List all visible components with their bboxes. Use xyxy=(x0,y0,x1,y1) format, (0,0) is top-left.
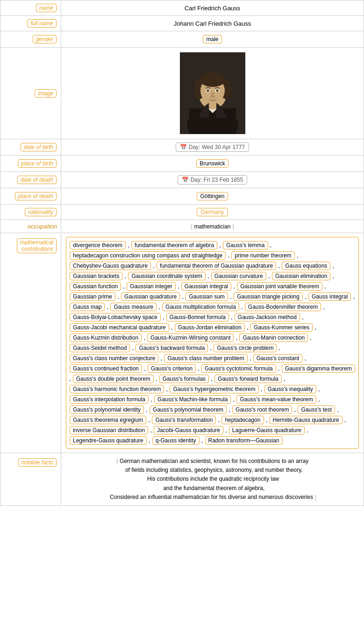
contribution-tag[interactable]: Hermite-Gauss quadrature xyxy=(270,416,343,424)
contribution-tag[interactable]: Gaussian curvature xyxy=(211,272,266,280)
comma-separator: , xyxy=(282,376,285,382)
contribution-tag[interactable]: Gaussian brackets xyxy=(70,272,122,280)
notable-value: { German mathematician and scientist, kn… xyxy=(61,453,364,506)
comma-separator: , xyxy=(277,345,280,351)
contribution-tag[interactable]: Gauss's mean-value theorem xyxy=(236,395,316,404)
comma-separator: , xyxy=(121,283,126,290)
contribution-tag[interactable]: Gaussian sum xyxy=(186,292,228,301)
contribution-tag[interactable]: Gauss's transformation xyxy=(152,416,216,424)
contribution-tag[interactable]: Gaussian triangle picking xyxy=(234,292,303,301)
contribution-tag[interactable]: heptadecagon construction using compass … xyxy=(70,251,226,260)
contribution-tag[interactable]: Gauss's polynomial identity xyxy=(70,405,144,414)
contribution-tag[interactable]: Gauss-Bodenmiller theorem xyxy=(245,303,321,311)
contribution-tag[interactable]: divergence theorem xyxy=(70,241,126,249)
contribution-tag[interactable]: Gauss's lemma xyxy=(223,241,268,249)
comma-separator: , xyxy=(317,396,320,403)
comma-separator: , xyxy=(224,427,228,434)
image-label: image xyxy=(0,48,61,139)
contribution-tag[interactable]: Gauss's circle problem xyxy=(214,344,277,352)
contribution-tag[interactable]: Gauss's criterion xyxy=(148,364,196,373)
portrait-image xyxy=(180,52,245,134)
contribution-tag[interactable]: Legendre-Gauss quadrature xyxy=(70,436,147,445)
contribution-tag[interactable]: Gaussian quadrature xyxy=(121,292,180,301)
contribution-tag[interactable]: Gauss's constant xyxy=(253,354,303,363)
contribution-tag[interactable]: Gaussian elimination xyxy=(272,272,330,280)
comma-separator: , xyxy=(313,324,316,331)
contribution-tag[interactable]: Gauss's cyclotomic formula xyxy=(201,364,276,373)
contribution-tag[interactable]: Gauss-Jordan elimination xyxy=(175,323,245,332)
comma-separator: , xyxy=(130,345,135,351)
contribution-tag[interactable]: Gauss integral xyxy=(308,292,351,301)
comma-separator: , xyxy=(144,406,149,413)
contribution-tag[interactable]: Gaussian integral xyxy=(181,282,231,291)
contribution-tag[interactable]: Gauss's digamma theorem xyxy=(282,364,355,373)
contributions-row: mathematical contributions divergence th… xyxy=(0,233,364,453)
contribution-tag[interactable]: Gauss-Kummer series xyxy=(250,323,313,332)
contribution-tag[interactable]: Gauss's backward formula xyxy=(136,344,208,352)
dod-value: 📅 Day: Fri 23 Feb 1855 xyxy=(61,172,364,188)
dod-row: date of death 📅 Day: Fri 23 Feb 1855 xyxy=(0,172,364,188)
calendar-icon-death: 📅 xyxy=(182,177,189,183)
comma-separator: , xyxy=(149,427,153,434)
contribution-tag[interactable]: Chebyshev-Gauss quadrature xyxy=(70,262,151,270)
pob-row: place of birth Brunswick xyxy=(0,156,364,172)
comma-separator: , xyxy=(335,406,339,413)
contribution-tag[interactable]: Gauss's polynomial theorem xyxy=(150,405,227,414)
contribution-tag[interactable]: Gauss's hypergeometric theorem xyxy=(170,385,258,393)
contribution-tag[interactable]: Gauss multiplication formula xyxy=(162,303,239,311)
contribution-tag[interactable]: Gauss map xyxy=(70,303,105,311)
comma-separator: , xyxy=(218,242,222,249)
comma-separator: , xyxy=(351,293,355,300)
contribution-tag[interactable]: Gauss's class number conjecture xyxy=(70,354,158,363)
nationality-value: Germany xyxy=(61,205,364,220)
contribution-tag[interactable]: Gauss's double point theorem xyxy=(73,375,154,383)
contribution-tag[interactable]: Gaussian coordinate system xyxy=(128,272,205,280)
contribution-tag[interactable]: Gauss-Seidel method xyxy=(70,344,130,352)
contribution-tag[interactable]: Gauss-Kuzmin distribution xyxy=(70,334,142,342)
contribution-tag[interactable]: Gauss-Bolyai-Lobachevsky space xyxy=(70,313,161,321)
comma-separator: , xyxy=(154,376,159,382)
contribution-tag[interactable]: Gauss's interpolation formula xyxy=(70,395,149,404)
contribution-tag[interactable]: Gauss's formulas xyxy=(159,375,209,383)
comma-separator: , xyxy=(200,437,205,444)
contribution-tag[interactable]: Gauss-Bonnet formula xyxy=(166,313,229,321)
contribution-tag[interactable]: prime number theorem xyxy=(231,251,294,260)
comma-separator: , xyxy=(259,386,264,392)
contribution-tag[interactable]: q-Gauss identity xyxy=(152,436,200,445)
contribution-tag[interactable]: Gaussian integer xyxy=(127,282,176,291)
comma-separator: , xyxy=(143,365,147,372)
contribution-tag[interactable]: Radon transform—Gaussian xyxy=(205,436,283,445)
nationality-label: nationality xyxy=(0,205,61,220)
dob-row: date of birth 📅 Day: Wed 30 Apr 1777 xyxy=(0,139,364,156)
contribution-tag[interactable]: heptadecagon xyxy=(221,416,264,424)
contribution-tag[interactable]: Gauss's inequality xyxy=(264,385,316,393)
contribution-tag[interactable]: Gauss's Machin-like formula xyxy=(154,395,231,404)
contribution-tag[interactable]: Gauss's harmonic function theorem xyxy=(70,385,164,393)
pod-row: place of death Göttingen xyxy=(0,188,364,205)
contribution-tag[interactable]: Gauss-Jackson method xyxy=(235,313,300,321)
pod-value: Göttingen xyxy=(61,188,364,205)
contribution-tag[interactable]: fundamental theorem of algebra xyxy=(131,241,217,249)
contribution-tag[interactable]: Gauss-Manin connection xyxy=(239,334,308,342)
contribution-tag[interactable]: Gauss-Kuzmin-Wirsing constant xyxy=(147,334,234,342)
contribution-tag[interactable]: Gauss's theorema egregium xyxy=(70,416,146,424)
comma-separator: , xyxy=(331,273,334,279)
contribution-tag[interactable]: Gauss's continued fraction xyxy=(70,364,142,373)
contribution-tag[interactable]: Gaussian prime xyxy=(70,292,115,301)
contribution-tag[interactable]: Gauss-Jacobi mechanical quadrature xyxy=(70,323,169,332)
pob-value: Brunswick xyxy=(61,156,364,172)
contribution-tag[interactable]: Gaussian function xyxy=(70,282,121,291)
contribution-tag[interactable]: Jacobi-Gauss quadrature xyxy=(154,426,223,434)
contribution-tag[interactable]: Gauss measure xyxy=(110,303,157,311)
contribution-tag[interactable]: Gaussian joint variable theorem xyxy=(237,282,322,291)
svg-point-16 xyxy=(200,72,226,87)
contribution-tag[interactable]: Gauss's root theorem xyxy=(232,405,292,414)
dob-label: date of birth xyxy=(0,139,61,156)
contribution-tag[interactable]: Laguerre-Gauss quadrature xyxy=(229,426,305,434)
contribution-tag[interactable]: Gauss's class number problem xyxy=(164,354,247,363)
contribution-tag[interactable]: Gauss's test xyxy=(298,405,335,414)
contribution-tag[interactable]: fundamental theorem of Gaussian quadratu… xyxy=(157,262,276,270)
contribution-tag[interactable]: Gauss equations xyxy=(282,262,330,270)
contribution-tag[interactable]: inverse Gaussian distribution xyxy=(70,426,148,434)
contribution-tag[interactable]: Gauss's forward formula xyxy=(214,375,282,383)
